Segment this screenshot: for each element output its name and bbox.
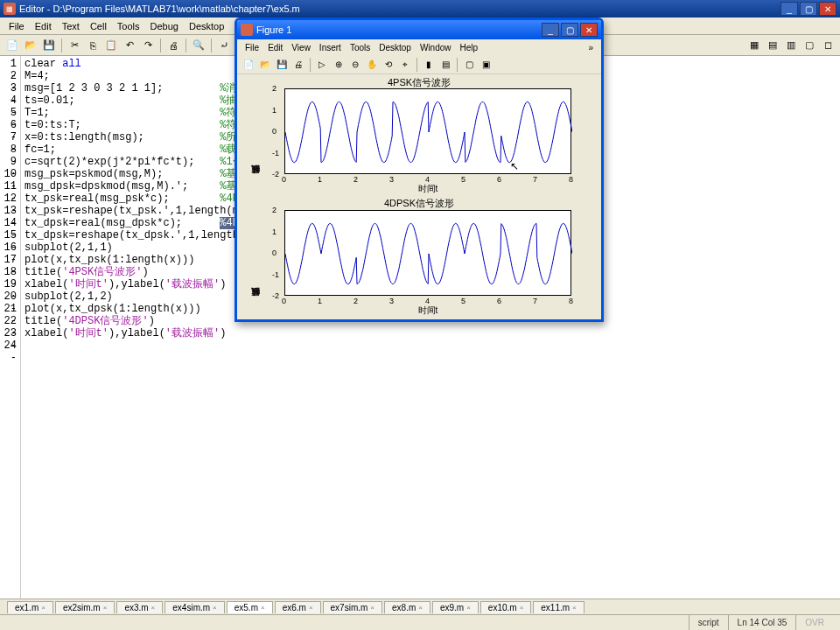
hide-tools-icon[interactable]: ▢ <box>461 57 477 73</box>
figure-toolbar: 📄 📂 💾 🖨 ▷ ⊕ ⊖ ✋ ⟲ ⌖ ▮ ▤ ▢ ▣ <box>237 55 601 74</box>
file-tab[interactable]: ex1.m× <box>7 601 53 613</box>
tab-close-icon[interactable]: × <box>103 604 108 612</box>
figure-menu-file[interactable]: File <box>241 42 263 53</box>
editor-titlebar[interactable]: ▦ Editor - D:\Program Files\MATLAB71\wor… <box>0 0 840 18</box>
single-icon[interactable]: ▢ <box>801 37 818 54</box>
file-tab[interactable]: ex9.m× <box>432 601 479 613</box>
menu-debug[interactable]: Debug <box>145 19 184 33</box>
menu-desktop[interactable]: Desktop <box>184 19 229 33</box>
figure-menu-tools[interactable]: Tools <box>346 42 374 53</box>
file-tab[interactable]: ex8.m× <box>384 601 430 613</box>
line-number: 10 - <box>0 168 17 180</box>
chart2-title: 4DPSK信号波形 <box>237 197 601 210</box>
pointer-icon[interactable]: ▷ <box>314 57 330 73</box>
rotate-icon[interactable]: ⟲ <box>381 57 396 73</box>
tab-close-icon[interactable]: × <box>41 604 46 612</box>
ytick: 0 <box>272 127 276 136</box>
file-tab[interactable]: ex11.m× <box>533 601 584 613</box>
cut-icon[interactable]: ✂ <box>66 37 83 54</box>
line-number: 14 - <box>0 217 17 229</box>
file-tab[interactable]: ex3.m× <box>116 601 163 613</box>
fig-save-icon[interactable]: 💾 <box>274 57 290 73</box>
status-bar: script Ln 14 Col 35 OVR <box>0 614 840 630</box>
vsplit-icon[interactable]: ▥ <box>782 37 800 54</box>
tile-icon[interactable]: ▦ <box>746 37 763 54</box>
tab-close-icon[interactable]: × <box>261 604 265 612</box>
file-tab[interactable]: ex7sim.m× <box>323 601 382 613</box>
file-tab[interactable]: ex6.m× <box>275 601 321 613</box>
line-number: 18 - <box>0 266 17 278</box>
new-icon[interactable]: 📄 <box>4 37 21 54</box>
file-tab[interactable]: ex5.m× <box>227 601 273 613</box>
maximize-button[interactable]: ▢ <box>800 2 817 16</box>
fig-open-icon[interactable]: 📂 <box>257 57 273 73</box>
tab-close-icon[interactable]: × <box>213 604 217 612</box>
line-number: 5 - <box>0 107 17 119</box>
figure-minimize-button[interactable]: _ <box>542 23 559 37</box>
redo-icon[interactable]: ↷ <box>139 37 157 54</box>
chart2-line <box>285 211 572 297</box>
zoom-in-icon[interactable]: ⊕ <box>331 57 346 73</box>
max-icon[interactable]: ◻ <box>819 37 836 54</box>
figure-menu-insert[interactable]: Insert <box>315 42 346 53</box>
chart1-line <box>285 89 572 175</box>
ytick: -2 <box>272 291 279 300</box>
line-number-gutter: 1 -2 -3 -4 -5 -6 -7 -8 -9 -10 -11 -12 -1… <box>0 56 21 598</box>
paste-icon[interactable]: 📋 <box>102 37 120 54</box>
legend-icon[interactable]: ▤ <box>438 57 453 73</box>
menu-file[interactable]: File <box>4 19 30 33</box>
menu-overflow-icon[interactable]: » <box>584 42 598 53</box>
menu-text[interactable]: Text <box>57 19 85 33</box>
line-number: 19 - <box>0 278 17 290</box>
figure-window[interactable]: Figure 1 _ ▢ ✕ File Edit View Insert Too… <box>234 18 604 322</box>
pan-icon[interactable]: ✋ <box>364 57 380 73</box>
line-number: 12 - <box>0 192 17 205</box>
figure-menu-edit[interactable]: Edit <box>263 42 287 53</box>
tab-close-icon[interactable]: × <box>572 604 577 612</box>
file-tab[interactable]: ex2sim.m× <box>55 601 115 613</box>
tab-close-icon[interactable]: × <box>466 604 471 612</box>
find-icon[interactable]: 🔍 <box>190 37 207 54</box>
colorbar-icon[interactable]: ▮ <box>421 57 437 73</box>
tab-close-icon[interactable]: × <box>370 604 374 612</box>
show-tools-icon[interactable]: ▣ <box>478 57 494 73</box>
figure-menu-view[interactable]: View <box>287 42 315 53</box>
code-line[interactable]: xlabel('时间t'),ylabel('载波振幅') <box>24 327 836 340</box>
ytick: -1 <box>272 149 279 158</box>
figure-menu-help[interactable]: Help <box>456 42 483 53</box>
figure-icon <box>241 24 253 36</box>
hsplit-icon[interactable]: ▤ <box>764 37 781 54</box>
tab-close-icon[interactable]: × <box>520 604 524 612</box>
figure-menu-desktop[interactable]: Desktop <box>374 42 416 53</box>
save-icon[interactable]: 💾 <box>40 37 58 54</box>
figure-titlebar[interactable]: Figure 1 _ ▢ ✕ <box>237 20 601 39</box>
fig-new-icon[interactable]: 📄 <box>241 57 256 73</box>
tab-close-icon[interactable]: × <box>309 604 313 612</box>
line-number: 21 - <box>0 303 17 315</box>
file-tab[interactable]: ex4sim.m× <box>164 601 224 613</box>
tab-close-icon[interactable]: × <box>151 604 156 612</box>
zoom-out-icon[interactable]: ⊖ <box>347 57 363 73</box>
set-path-icon[interactable]: ⤾ <box>215 37 233 54</box>
copy-icon[interactable]: ⎘ <box>84 37 102 54</box>
line-number: 7 - <box>0 131 17 144</box>
ytick: -2 <box>272 170 279 178</box>
close-button[interactable]: ✕ <box>819 2 836 16</box>
undo-icon[interactable]: ↶ <box>121 37 138 54</box>
menu-tools[interactable]: Tools <box>112 19 145 33</box>
file-tab[interactable]: ex10.m× <box>480 601 531 613</box>
code-line[interactable] <box>24 340 836 352</box>
minimize-button[interactable]: _ <box>780 2 798 16</box>
figure-close-button[interactable]: ✕ <box>580 23 598 37</box>
fig-print-icon[interactable]: 🖨 <box>290 57 306 73</box>
data-cursor-icon[interactable]: ⌖ <box>397 57 413 73</box>
menu-cell[interactable]: Cell <box>85 19 112 33</box>
tab-close-icon[interactable]: × <box>418 604 423 612</box>
figure-maximize-button[interactable]: ▢ <box>561 23 578 37</box>
line-number: 2 - <box>0 70 17 82</box>
menu-edit[interactable]: Edit <box>30 19 57 33</box>
open-icon[interactable]: 📂 <box>22 37 39 54</box>
line-number: 4 - <box>0 94 17 107</box>
print-icon[interactable]: 🖨 <box>164 37 182 54</box>
figure-menu-window[interactable]: Window <box>416 42 456 53</box>
